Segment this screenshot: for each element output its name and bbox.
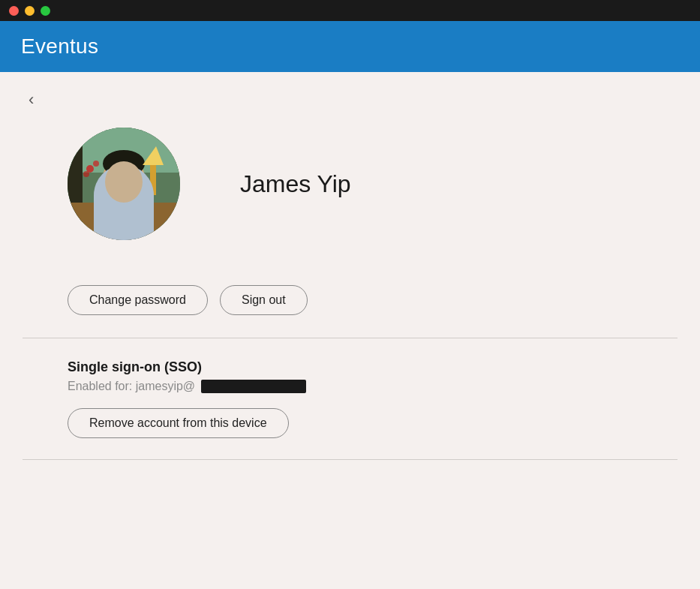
sso-email-redacted	[201, 380, 306, 393]
user-name: James Yip	[240, 170, 351, 198]
maximize-button[interactable]	[41, 6, 50, 16]
svg-point-7	[114, 175, 120, 182]
avatar-image	[68, 128, 180, 240]
sso-section: Single sign-on (SSO) Enabled for: jamesy…	[68, 359, 677, 438]
main-actions-row: Change password Sign out	[68, 285, 677, 315]
sso-email-prefix: Enabled for: jamesyip@	[68, 380, 195, 393]
divider-2	[23, 459, 677, 460]
divider-1	[23, 338, 677, 338]
profile-section: James Yip	[68, 128, 677, 240]
minimize-button[interactable]	[25, 6, 35, 16]
app-header: Eventus	[0, 21, 700, 72]
svg-rect-4	[101, 184, 146, 240]
main-content: ‹	[0, 72, 700, 586]
sso-email: Enabled for: jamesyip@	[68, 380, 677, 393]
change-password-button[interactable]: Change password	[68, 285, 208, 315]
close-button[interactable]	[9, 6, 19, 16]
svg-rect-3	[68, 203, 180, 240]
title-bar	[0, 0, 700, 21]
avatar	[68, 128, 180, 240]
sign-out-button[interactable]: Sign out	[220, 285, 308, 315]
svg-point-16	[83, 171, 89, 177]
app-title: Eventus	[21, 35, 98, 58]
svg-rect-13	[134, 209, 144, 216]
svg-point-6	[103, 150, 145, 177]
back-button[interactable]: ‹	[23, 87, 40, 113]
svg-rect-17	[150, 165, 156, 195]
sso-title: Single sign-on (SSO)	[68, 359, 677, 375]
avatar-svg	[68, 128, 180, 240]
svg-point-15	[93, 161, 99, 167]
svg-point-8	[128, 175, 134, 182]
actions-area: Change password Sign out	[68, 285, 677, 315]
remove-account-button[interactable]: Remove account from this device	[68, 408, 289, 438]
